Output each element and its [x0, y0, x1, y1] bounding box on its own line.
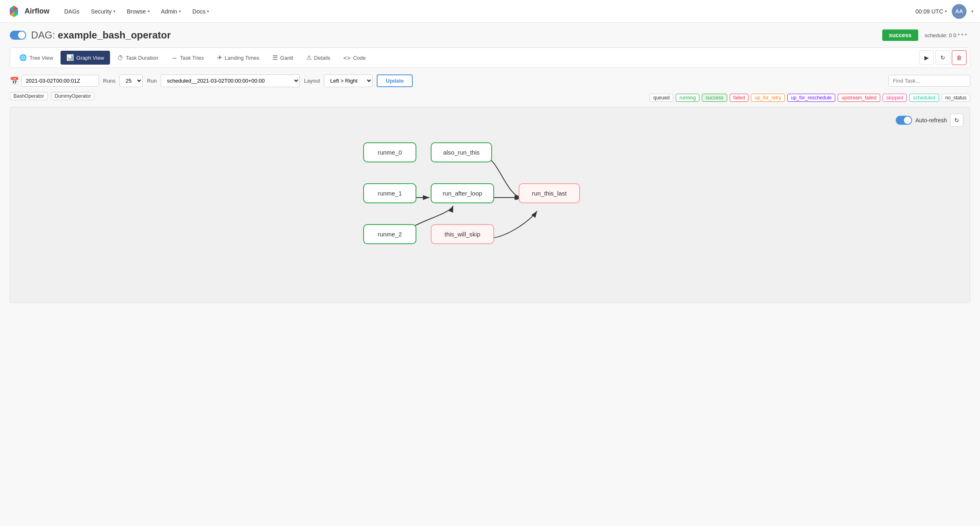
navbar-nav: DAGs Security ▾ Browse ▾ Admin ▾ Docs ▾ [59, 6, 906, 17]
user-avatar[interactable]: AA [952, 4, 967, 19]
layout-label: Layout [304, 78, 320, 84]
gantt-icon: ☰ [272, 54, 278, 61]
auto-refresh-label: Auto-refresh [915, 117, 947, 124]
auto-refresh-row: Auto-refresh ↻ [896, 114, 963, 127]
dag-badges: success schedule: 0 0 * * * [882, 29, 970, 41]
browse-chevron-icon: ▾ [148, 9, 150, 13]
time-chevron-icon: ▾ [945, 9, 947, 13]
task-duration-icon: ⏱ [117, 54, 124, 61]
status-success: success [702, 94, 727, 102]
dag-title: DAG: example_bash_operator [31, 29, 171, 41]
node-also-run-this[interactable]: also_run_this [431, 142, 492, 162]
nav-docs[interactable]: Docs ▾ [187, 6, 214, 17]
status-running: running [676, 94, 699, 102]
tree-view-icon: 🌐 [19, 54, 27, 61]
auto-refresh-toggle[interactable] [896, 116, 912, 125]
node-runme-2[interactable]: runme_2 [363, 224, 416, 244]
details-icon: ⚠ [306, 54, 312, 61]
auto-refresh-button[interactable]: ↻ [950, 114, 963, 127]
layout-select[interactable]: Left > Right Top > Bottom [324, 74, 373, 87]
delete-icon: 🗑 [956, 54, 962, 61]
dummy-operator-tag[interactable]: DummyOperator [51, 92, 95, 100]
tab-tree-view[interactable]: 🌐 Tree View [13, 51, 59, 65]
nav-browse[interactable]: Browse ▾ [122, 6, 155, 17]
nav-dags[interactable]: DAGs [59, 6, 84, 17]
status-up-for-retry: up_for_retry [751, 94, 785, 102]
tab-gantt[interactable]: ☰ Gantt [267, 51, 299, 65]
node-run-this-last[interactable]: run_this_last [519, 183, 580, 203]
play-icon: ▶ [924, 54, 929, 61]
date-picker-group: 📅 [10, 75, 99, 87]
main-content: DAG: example_bash_operator success sched… [0, 23, 980, 310]
dag-header: DAG: example_bash_operator success sched… [10, 29, 970, 41]
status-tags: queued running success failed up_for_ret… [650, 94, 970, 102]
refresh-button[interactable]: ↻ [935, 50, 950, 65]
tab-graph-view[interactable]: 📊 Graph View [61, 51, 110, 65]
landing-times-icon: ✈ [217, 54, 223, 61]
user-chevron-icon: ▾ [971, 9, 973, 13]
task-tries-icon: ↔ [171, 54, 178, 61]
node-this-will-skip[interactable]: this_will_skip [431, 224, 494, 244]
status-scheduled: scheduled [909, 94, 939, 102]
status-skipped: skipped [883, 94, 907, 102]
nav-security[interactable]: Security ▾ [86, 6, 120, 17]
tab-details[interactable]: ⚠ Details [301, 51, 336, 65]
time-display[interactable]: 00:09 UTC ▾ [915, 8, 947, 15]
refresh-cycle-icon: ↻ [954, 117, 959, 124]
graph-view-icon: 📊 [66, 54, 74, 61]
navbar: Airflow DAGs Security ▾ Browse ▾ Admin ▾… [0, 0, 980, 23]
tabs-right: ▶ ↻ 🗑 [919, 50, 967, 65]
navbar-right: 00:09 UTC ▾ AA ▾ [915, 4, 973, 19]
tab-landing-times[interactable]: ✈ Landing Times [211, 51, 265, 65]
tab-task-duration[interactable]: ⏱ Task Duration [112, 51, 164, 65]
calendar-icon[interactable]: 📅 [10, 76, 19, 85]
operator-tags: BashOperator DummyOperator [10, 92, 94, 100]
docs-chevron-icon: ▾ [207, 9, 209, 13]
node-runme-0[interactable]: runme_0 [363, 142, 416, 162]
find-task-input[interactable] [888, 75, 970, 87]
tabs-left: 🌐 Tree View 📊 Graph View ⏱ Task Duration… [13, 51, 371, 65]
bash-operator-tag[interactable]: BashOperator [10, 92, 48, 100]
dag-title-row: DAG: example_bash_operator [10, 29, 171, 41]
tags-row: BashOperator DummyOperator queued runnin… [10, 92, 970, 103]
delete-button[interactable]: 🗑 [952, 50, 967, 65]
tab-task-tries[interactable]: ↔ Task Tries [166, 51, 210, 65]
run-select[interactable]: scheduled__2021-03-02T00:00:00+00:00 [161, 74, 300, 87]
status-queued: queued [650, 94, 673, 102]
status-upstream-failed: upstream_failed [838, 94, 880, 102]
update-button[interactable]: Update [377, 74, 413, 87]
brand[interactable]: Airflow [7, 4, 49, 19]
node-runme-1[interactable]: runme_1 [363, 183, 416, 203]
controls-bar: 📅 Runs 25 Run scheduled__2021-03-02T00:0… [10, 74, 970, 87]
runs-select[interactable]: 25 [119, 74, 143, 87]
status-failed: failed [730, 94, 749, 102]
node-run-after-loop[interactable]: run_after_loop [431, 183, 494, 203]
date-input[interactable] [21, 75, 99, 87]
security-chevron-icon: ▾ [113, 9, 115, 13]
airflow-logo [7, 4, 21, 19]
status-up-for-reschedule: up_for_reschedule [787, 94, 835, 102]
view-tabs: 🌐 Tree View 📊 Graph View ⏱ Task Duration… [10, 47, 970, 68]
graph-area: Auto-refresh ↻ [10, 107, 970, 303]
play-button[interactable]: ▶ [919, 50, 934, 65]
dag-schedule-badge: schedule: 0 0 * * * [922, 30, 970, 41]
run-label: Run [147, 78, 157, 84]
tab-code[interactable]: <> Code [338, 51, 372, 65]
nav-admin[interactable]: Admin ▾ [156, 6, 186, 17]
code-icon: <> [344, 54, 351, 61]
dag-toggle[interactable] [10, 31, 26, 40]
runs-label: Runs [103, 78, 115, 84]
edge-this-will-skip-to-run-this-last [487, 211, 537, 238]
status-no-status: no_status [942, 94, 970, 102]
admin-chevron-icon: ▾ [179, 9, 181, 13]
refresh-icon: ↻ [940, 54, 945, 61]
dag-status-badge[interactable]: success [882, 29, 918, 41]
